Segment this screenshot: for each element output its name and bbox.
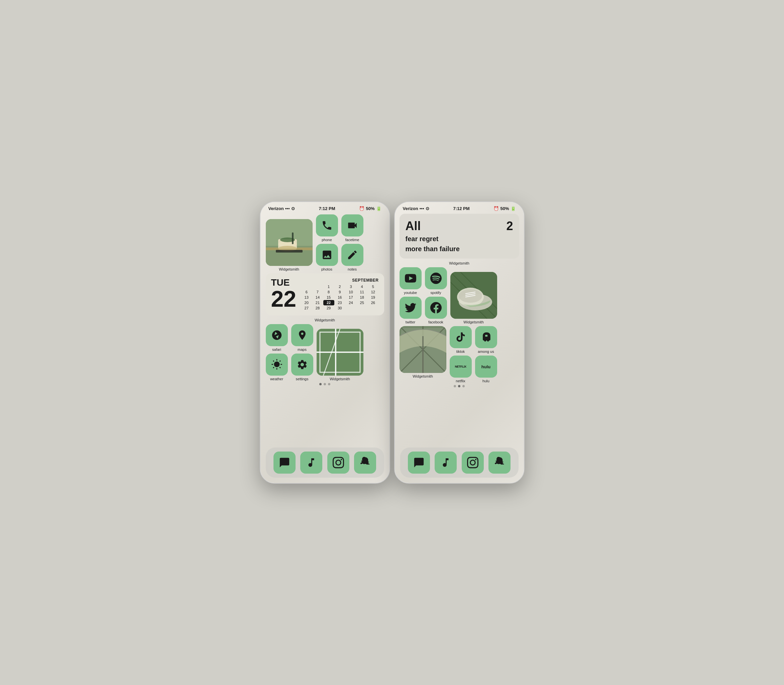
instagram-dock-2-icon[interactable] [462, 451, 484, 474]
cal-month: SEPTEMBER [301, 278, 379, 282]
cal-cell: 10 [345, 289, 356, 295]
status-left-1: Verizon ▪▪▪ ⊙ [269, 206, 295, 211]
photos-label: photos [321, 267, 332, 271]
shoe-widget[interactable]: Widgetsmith [450, 272, 497, 324]
messages-dock-icon[interactable] [274, 451, 296, 474]
quote-line2: more than failure [405, 245, 460, 253]
cal-cell: 25 [356, 300, 368, 305]
snapchat-dock-img [354, 451, 376, 474]
tennis-widget[interactable]: Widgetsmith [317, 329, 363, 381]
cal-cell [301, 284, 312, 289]
cal-cell: 27 [301, 305, 312, 311]
right-page-content: All fear regret more than failure 2 Widg… [395, 213, 524, 460]
svg-rect-12 [317, 352, 363, 353]
cal-grid: SEPTEMBER 1 2 3 4 5 [301, 278, 379, 311]
facebook-icon[interactable]: facebook [425, 297, 447, 324]
status-left-2: Verizon ▪▪▪ ⊙ [403, 206, 429, 211]
dot-1-3 [328, 383, 330, 385]
cal-cell: 19 [368, 295, 379, 300]
carrier-1: Verizon [269, 206, 284, 211]
youtube-icon[interactable]: youtube [400, 267, 421, 295]
shoe-photo-widget [450, 272, 497, 319]
weather-icon[interactable]: weather [266, 354, 288, 381]
bottom-section: Widgetsmith tiktok [400, 326, 519, 383]
settings-svg [296, 359, 308, 370]
quote-num: 2 [506, 219, 513, 233]
music-svg [306, 457, 317, 468]
svg-rect-7 [292, 232, 293, 244]
cal-cell: 15 [323, 295, 334, 300]
netflix-icon[interactable]: netflix netflix [450, 355, 472, 383]
music-dock-icon[interactable] [300, 451, 322, 474]
maps-label: maps [298, 347, 306, 352]
phone-icon[interactable]: phone [316, 214, 338, 242]
tennis-widget-label: Widgetsmith [330, 377, 350, 381]
safari-icon[interactable]: safari [266, 324, 288, 352]
youtube-svg [405, 273, 416, 284]
hulu-icon[interactable]: hulu hulu [475, 355, 497, 383]
photo-widget-1[interactable]: Widgetsmith [266, 219, 313, 271]
phone-icon-img [316, 214, 338, 237]
cal-row-3: 20 21 22 23 24 25 26 [301, 300, 379, 305]
messages-dock-2-icon[interactable] [408, 451, 430, 474]
shoe-svg [450, 272, 497, 319]
safari-svg [271, 330, 282, 341]
netflix-icon-img: netflix [450, 355, 472, 378]
cal-cell: 28 [312, 305, 323, 311]
umbrella-widget[interactable]: Widgetsmith [400, 326, 446, 378]
instagram-dock-icon[interactable] [327, 451, 349, 474]
settings-icon[interactable]: settings [291, 354, 313, 381]
time-2: 7:12 PM [453, 206, 470, 211]
messages-2-svg [413, 457, 424, 468]
hulu-text: hulu [481, 364, 491, 369]
cal-cell: 21 [312, 300, 323, 305]
hulu-icon-img: hulu [475, 355, 497, 378]
facetime-icon-img [341, 214, 363, 237]
netflix-text: netflix [455, 365, 467, 368]
cal-day-big: TUE 22 [271, 278, 296, 310]
notes-icon-img [341, 244, 363, 266]
cal-cell: 1 [323, 284, 334, 289]
cal-cell: 8 [323, 289, 334, 295]
tiktok-svg [455, 331, 467, 343]
screen-content-1: Widgetsmith phone [261, 213, 389, 460]
svg-rect-32 [422, 336, 424, 373]
amongus-svg [480, 331, 492, 343]
quote-widget[interactable]: All fear regret more than failure 2 [400, 214, 519, 258]
twitter-icon[interactable]: twitter [400, 297, 421, 324]
instagram-svg [333, 457, 344, 468]
cal-cell [345, 305, 356, 311]
notes-icon[interactable]: notes [341, 244, 363, 271]
messages-dock-img [274, 451, 296, 474]
cal-cell: 26 [368, 300, 379, 305]
signal-icon-2: ▪▪▪ [420, 206, 424, 211]
music-dock-2-icon[interactable] [435, 451, 457, 474]
cal-cell: 20 [301, 300, 312, 305]
tiktok-icon[interactable]: tiktok [450, 326, 472, 354]
calendar-widget[interactable]: TUE 22 SEPTEMBER 1 2 3 4 [266, 273, 384, 315]
cal-row-0: 1 2 3 4 5 [301, 284, 379, 289]
coffee-photo-widget[interactable] [266, 219, 313, 266]
spotify-icon[interactable]: spotify [425, 267, 447, 295]
photos-icon[interactable]: photos [316, 244, 338, 271]
amongus-icon[interactable]: among us [475, 326, 497, 354]
youtube-icon-img [400, 267, 421, 289]
time-1: 7:12 PM [319, 206, 335, 211]
snapchat-dock-2-icon[interactable] [488, 451, 510, 474]
twitter-label: twitter [405, 320, 415, 324]
cal-cell: 14 [312, 295, 323, 300]
music-dock-img [300, 451, 322, 474]
facetime-icon[interactable]: facetime [341, 214, 363, 242]
dot-2-3 [462, 385, 465, 387]
shoe-widget-label: Widgetsmith [463, 320, 484, 324]
weather-label: weather [270, 377, 283, 381]
page-dots-2 [400, 385, 519, 387]
safari-icon-img [266, 324, 288, 346]
quote-all: All [405, 219, 460, 233]
alarm-icon-2: ⏰ [494, 206, 499, 211]
umbrella-svg [400, 326, 446, 373]
maps-icon[interactable]: maps [291, 324, 313, 352]
carrier-2: Verizon [403, 206, 418, 211]
snapchat-dock-icon[interactable] [354, 451, 376, 474]
umbrella-widget-label: Widgetsmith [413, 374, 433, 378]
